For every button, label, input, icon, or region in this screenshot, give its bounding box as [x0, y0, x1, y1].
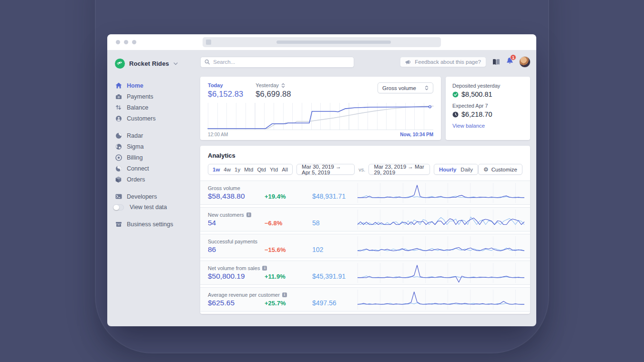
radar-icon [115, 132, 122, 139]
metric-row-successful-payments[interactable]: Successful payments 86 −15.6% 102 [200, 234, 530, 258]
metric-comparison: $497.56 [312, 299, 337, 307]
billing-icon [115, 154, 122, 161]
toggle-knob [113, 205, 119, 210]
deposits-card: Deposited yesterday $8,500.81 Expected A… [446, 77, 530, 140]
today-value: $6,152.83 [208, 90, 243, 99]
updown-caret-icon [425, 85, 429, 90]
granularity-hourly[interactable]: Hourly [439, 167, 456, 172]
yesterday-metric: Yesterday $6,699.88 [256, 82, 291, 99]
metric-value: 54 [208, 219, 265, 227]
metric-value: $50,800.19 [208, 272, 265, 281]
home-icon [115, 82, 122, 89]
sidebar-item-customers[interactable]: Customers [115, 113, 200, 124]
metric-change: +19.4% [265, 193, 312, 200]
range-mtd[interactable]: Mtd [244, 167, 253, 172]
metric-select-dropdown[interactable]: Gross volume [378, 82, 433, 93]
view-balance-link[interactable]: View balance [452, 123, 523, 129]
developers-icon [115, 193, 122, 200]
sidebar-item-billing[interactable]: Billing [115, 152, 200, 163]
sidebar: Rocket Rides Home Payments Balance [107, 50, 200, 326]
sidebar-item-connect[interactable]: Connect [115, 163, 200, 174]
sidebar-item-business-settings[interactable]: Business settings [115, 219, 200, 230]
business-settings-icon [115, 221, 122, 228]
sidebar-item-developers[interactable]: Developers [115, 191, 200, 202]
x-axis-start-label: 12:00 AM [208, 132, 228, 137]
gear-icon: ⚙ [483, 167, 489, 172]
expected-value: $6,218.70 [461, 111, 492, 118]
info-icon[interactable]: i [246, 212, 251, 217]
metric-sparkline [358, 290, 524, 310]
sidebar-item-payments[interactable]: Payments [115, 91, 200, 102]
zoom-window-button[interactable] [132, 40, 136, 44]
x-axis-end-label: Now, 10:34 PM [400, 132, 433, 137]
current-period-picker[interactable]: Mar 30, 2019 → Apr 5, 2019 [296, 164, 355, 175]
metric-label: Successful payments [208, 239, 257, 244]
metric-row-new-customers[interactable]: New customers i 54 −6.8% 58 [200, 207, 530, 231]
sidebar-item-balance[interactable]: Balance [115, 102, 200, 113]
url-text-placeholder [276, 40, 391, 44]
customers-icon [115, 115, 122, 122]
metric-comparison: $45,391.91 [312, 272, 346, 280]
metric-sparkline [358, 263, 524, 283]
metric-select-value: Gross volume [382, 85, 416, 91]
previous-period-picker[interactable]: Mar 23, 2019 → Mar 29, 2019 [368, 164, 430, 175]
metric-label: New customers [208, 212, 244, 218]
metric-row-gross-volume[interactable]: Gross volume $58,438.80 +19.4% $48,931.7… [200, 181, 530, 205]
feedback-label: Feedback about this page? [415, 59, 481, 65]
range-1w[interactable]: 1w [213, 167, 220, 172]
metric-label: Net volume from sales [208, 265, 260, 271]
date-range-presets: 1w 4w 1y Mtd Qtd Ytd All [208, 164, 293, 175]
today-label: Today [208, 82, 223, 88]
sidebar-item-home[interactable]: Home [115, 80, 200, 91]
customize-label: Customize [491, 167, 517, 172]
metric-comparison: 58 [312, 219, 320, 227]
range-4w[interactable]: 4w [224, 167, 231, 172]
granularity-daily[interactable]: Daily [460, 167, 473, 172]
metric-change: +11.9% [265, 273, 312, 280]
sidebar-item-radar[interactable]: Radar [115, 130, 200, 141]
range-ytd[interactable]: Ytd [270, 167, 278, 172]
metric-value: $625.65 [208, 299, 265, 307]
address-bar[interactable] [203, 37, 441, 47]
sidebar-item-view-test-data[interactable]: View test data [115, 202, 200, 212]
metric-sparkline [358, 183, 524, 203]
customize-button[interactable]: ⚙ Customize [478, 164, 522, 175]
search-input[interactable] [213, 59, 350, 65]
notification-badge: 1 [510, 54, 516, 60]
feedback-button[interactable]: Feedback about this page? [400, 57, 486, 67]
updown-caret-icon[interactable] [281, 83, 285, 88]
analytics-card: Analytics 1w 4w 1y Mtd Qtd Ytd All Mar 3… [200, 146, 530, 314]
close-window-button[interactable] [116, 40, 120, 44]
metrics-list: Gross volume $58,438.80 +19.4% $48,931.7… [200, 181, 530, 312]
today-vs-yesterday-chart [208, 103, 433, 130]
docs-book-icon[interactable] [492, 59, 500, 65]
search-icon [204, 59, 210, 65]
range-1y[interactable]: 1y [235, 167, 240, 172]
sidebar-item-sigma[interactable]: Sigma [115, 141, 200, 152]
metric-change: −6.8% [265, 220, 312, 227]
minimize-window-button[interactable] [124, 40, 128, 44]
desktop-background: Rocket Rides Home Payments Balance [0, 0, 644, 362]
metric-sparkline [358, 210, 524, 230]
info-icon[interactable]: i [262, 266, 267, 271]
search-box[interactable] [200, 57, 354, 68]
info-icon[interactable]: i [282, 292, 287, 297]
account-switcher[interactable]: Rocket Rides [115, 59, 200, 69]
payments-icon [115, 93, 122, 100]
avatar[interactable] [520, 57, 530, 67]
rocket-rides-logo-icon [115, 59, 125, 69]
metric-row-net-volume[interactable]: Net volume from sales i $50,800.19 +11.9… [200, 261, 530, 285]
range-all[interactable]: All [282, 167, 288, 172]
deposited-label: Deposited yesterday [452, 83, 523, 89]
megaphone-icon [405, 60, 411, 65]
metric-change: +25.7% [265, 300, 312, 307]
granularity-toggle: Hourly Daily [434, 164, 478, 175]
topbar: Feedback about this page? 1 [200, 50, 530, 74]
metric-row-average-revenue[interactable]: Average revenue per customer i $625.65 +… [200, 287, 530, 312]
sidebar-item-orders[interactable]: Orders [115, 174, 200, 185]
range-qtd[interactable]: Qtd [257, 167, 266, 172]
test-data-toggle[interactable] [113, 204, 124, 211]
main-content: Feedback about this page? 1 [200, 50, 536, 326]
chevron-down-icon [174, 62, 178, 65]
notifications-button[interactable]: 1 [506, 57, 513, 67]
